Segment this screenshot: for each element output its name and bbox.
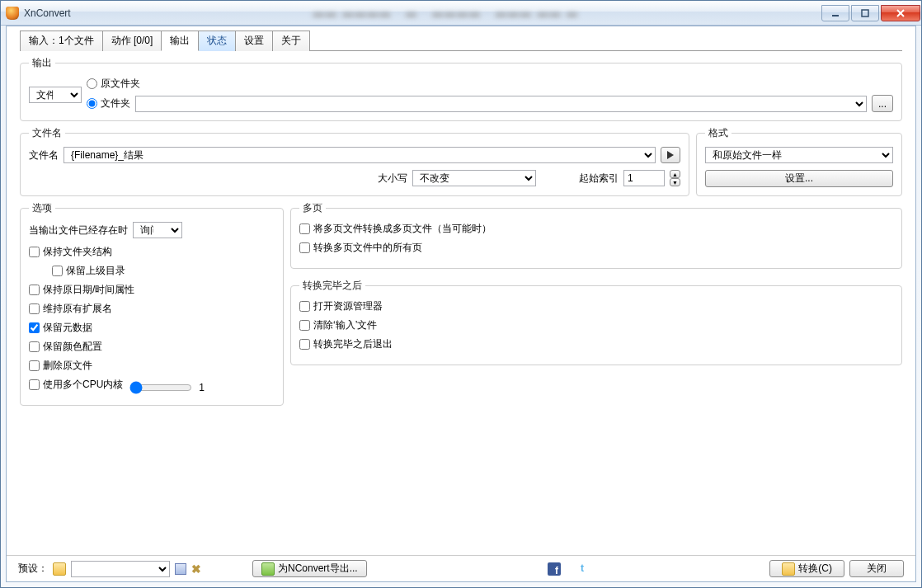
maximize-button[interactable] xyxy=(851,5,879,21)
format-select[interactable]: 和原始文件一样 xyxy=(705,147,893,163)
chk-keep-parent-dir[interactable]: 保留上级目录 xyxy=(52,264,275,278)
app-icon xyxy=(6,7,19,20)
filename-preview-button[interactable] xyxy=(661,147,680,163)
filename-pattern-combo[interactable]: {Filename}_结果 xyxy=(64,147,656,163)
chk-convert-all-pages[interactable]: 转换多页文件中的所有页 xyxy=(299,241,893,255)
chk-exit-after[interactable]: 转换完毕之后退出 xyxy=(299,337,893,351)
export-icon xyxy=(261,562,275,576)
convert-button[interactable]: 转换(C) xyxy=(769,560,844,577)
format-group: 格式 和原始文件一样 设置... xyxy=(696,126,902,196)
format-legend: 格式 xyxy=(705,126,731,140)
destination-type-select[interactable]: 文件夹 xyxy=(29,87,82,103)
tab-actions[interactable]: 动作 [0/0] xyxy=(102,31,162,51)
play-icon xyxy=(667,151,674,159)
multipage-legend: 多页 xyxy=(299,201,326,215)
filename-group: 文件名 文件名 {Filename}_结果 大小写 不改变 xyxy=(20,126,689,196)
output-legend: 输出 xyxy=(29,56,55,70)
chk-keep-extension[interactable]: 维持原有扩展名 xyxy=(29,302,275,316)
spin-down[interactable]: ▼ xyxy=(670,178,680,186)
tab-output[interactable]: 输出 xyxy=(161,31,199,51)
close-app-button[interactable]: 关闭 xyxy=(849,560,904,577)
chk-convert-to-multipage[interactable]: 将多页文件转换成多页文件（当可能时） xyxy=(299,222,893,236)
window-title: XnConvert xyxy=(24,7,71,19)
after-group: 转换完毕之后 打开资源管理器 清除‘输入’文件 转换完毕之后退出 xyxy=(290,279,902,365)
cpu-value: 1 xyxy=(199,382,205,393)
chk-clear-input[interactable]: 清除‘输入’文件 xyxy=(299,318,893,332)
open-preset-icon[interactable] xyxy=(53,562,66,576)
folder-path-combo[interactable] xyxy=(135,96,867,112)
titlebar-blur: ▬▬ ▬▬▬▬ · ▬ · ▬▬▬▬ · ▬▬▬ ▬▬ ▬ xyxy=(71,7,821,19)
tab-input[interactable]: 输入：1个文件 xyxy=(20,31,103,51)
output-group: 输出 文件夹 原文件夹 文件夹 xyxy=(20,56,902,121)
multipage-group: 多页 将多页文件转换成多页文件（当可能时） 转换多页文件中的所有页 xyxy=(290,201,902,269)
radio-original-folder[interactable]: 原文件夹 xyxy=(87,77,140,91)
export-nconvert-button[interactable]: 为NConvert导出... xyxy=(252,560,367,577)
facebook-icon[interactable] xyxy=(548,562,561,576)
tab-content-output: 输出 文件夹 原文件夹 文件夹 xyxy=(20,50,902,411)
twitter-icon[interactable] xyxy=(576,562,589,576)
chk-keep-metadata[interactable]: 保留元数据 xyxy=(29,321,275,335)
cpu-slider[interactable] xyxy=(129,381,192,394)
chk-keep-folder-structure[interactable]: 保持文件夹结构 xyxy=(29,245,275,259)
convert-icon xyxy=(782,562,795,576)
start-index-label: 起始索引 xyxy=(579,172,619,186)
chk-open-explorer[interactable]: 打开资源管理器 xyxy=(299,299,893,313)
save-preset-icon[interactable] xyxy=(175,563,186,575)
filename-label: 文件名 xyxy=(29,148,59,162)
tab-settings[interactable]: 设置 xyxy=(235,31,273,51)
footer: 预设： ✖ 为NConvert导出... 转换(C) 关闭 xyxy=(7,555,915,581)
after-legend: 转换完毕之后 xyxy=(299,279,365,293)
minimize-button[interactable] xyxy=(821,5,849,21)
tab-about[interactable]: 关于 xyxy=(272,31,310,51)
chk-keep-color-profile[interactable]: 保留颜色配置 xyxy=(29,340,275,354)
chk-multi-cpu[interactable]: 使用多个CPU内核 xyxy=(29,378,123,392)
spin-up[interactable]: ▲ xyxy=(670,170,680,178)
case-label: 大小写 xyxy=(378,172,407,186)
browse-folder-button[interactable]: ... xyxy=(872,95,893,112)
case-select[interactable]: 不改变 xyxy=(412,170,536,186)
when-exists-label: 当输出文件已经存在时 xyxy=(29,223,128,238)
format-settings-button[interactable]: 设置... xyxy=(705,170,893,187)
preset-label: 预设： xyxy=(18,562,48,576)
tab-status[interactable]: 状态 xyxy=(198,31,236,51)
preset-select[interactable] xyxy=(71,561,170,577)
app-body: 输入：1个文件 动作 [0/0] 输出 状态 设置 关于 输出 文件夹 原文件夹 xyxy=(6,26,916,582)
tab-bar: 输入：1个文件 动作 [0/0] 输出 状态 设置 关于 xyxy=(7,26,915,50)
radio-custom-folder[interactable]: 文件夹 xyxy=(87,96,130,111)
chk-delete-original[interactable]: 删除原文件 xyxy=(29,359,275,373)
svg-marker-4 xyxy=(667,151,674,159)
options-legend: 选项 xyxy=(29,201,55,215)
start-index-input[interactable] xyxy=(623,170,665,186)
titlebar: XnConvert ▬▬ ▬▬▬▬ · ▬ · ▬▬▬▬ · ▬▬▬ ▬▬ ▬ xyxy=(1,1,921,26)
filename-legend: 文件名 xyxy=(29,126,65,140)
window-controls xyxy=(821,5,920,21)
delete-preset-icon[interactable]: ✖ xyxy=(191,562,201,576)
options-group: 选项 当输出文件已经存在时 询问 保持文件夹结构 保留上级目录 保持原日期/时间… xyxy=(20,201,284,406)
chk-keep-datetime[interactable]: 保持原日期/时间属性 xyxy=(29,283,275,297)
when-exists-select[interactable]: 询问 xyxy=(133,222,182,238)
close-button[interactable] xyxy=(881,5,920,21)
svg-rect-1 xyxy=(862,10,868,16)
